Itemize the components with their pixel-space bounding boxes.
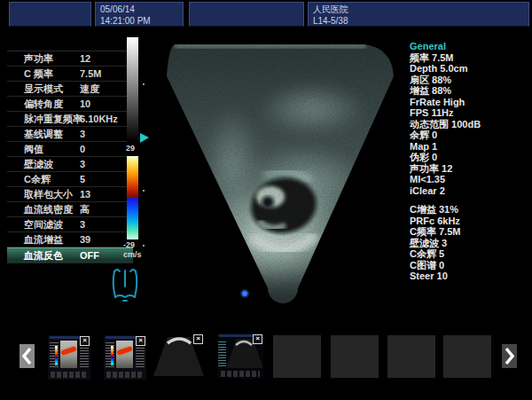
thumb-colorbar [111,346,113,365]
param-depth: Depth 5.0cm [410,63,528,75]
param-dynamic-range: 动态范围 100dB [410,119,528,130]
param-row-color-gain[interactable]: 血流增益39 [7,232,133,247]
probe-mark-dot [242,291,247,296]
param-row-threshold[interactable]: 阀值0 [7,142,133,157]
depth-tick [143,83,145,85]
param-row-c-frequency[interactable]: C 频率7.5M [7,67,133,82]
close-button[interactable]: × [136,336,145,346]
chevron-right-icon [504,347,515,365]
thumb-mini-strip [221,371,260,377]
param-prfc: PRFc 6kHz [410,216,528,227]
datetime-box: 05/06/14 14:21:00 PM [95,2,184,27]
thumb-left-text [218,340,226,366]
probe-model: L14-5/38 [313,15,524,27]
system-status-box [9,2,91,27]
probe-arc [235,338,253,346]
thumb-image [116,341,133,368]
param-gain: 增益 88% [410,85,528,97]
param-sector: 扇区 88% [410,75,528,86]
param-row-prf[interactable]: 脉冲重复频率6.10KHz [7,112,133,127]
depth-tick [143,245,145,247]
empty-thumbnail-slot [273,335,321,378]
param-pseudocolor: 伪彩 0 [410,152,528,163]
thumb-mini-strip [51,372,88,378]
date-text: 05/06/14 [100,4,178,15]
param-map: Map 1 [410,141,528,153]
param-row-acoustic-power[interactable]: 声功率12 [7,51,133,67]
param-acoustic-power: 声功率 12 [410,163,528,175]
param-row-line-density[interactable]: 血流线密度高 [7,202,133,217]
param-row-c-persistence[interactable]: C余辉5 [7,172,133,187]
param-frame-rate: FrRate High [410,97,528,108]
preset-name: General [410,41,528,52]
thumb-colorbar [55,346,58,365]
image-parameters-panel: General 频率 7.5M Depth 5.0cm 扇区 88% 增益 88… [410,41,528,282]
thumbnail-1[interactable]: × [48,335,90,380]
ultrasound-fan [135,34,419,309]
thumbnail-2[interactable]: × [104,335,146,380]
depth-tick [143,190,145,192]
param-row-display-mode[interactable]: 显示模式速度 [7,82,133,97]
ultrasound-image[interactable] [135,34,419,309]
param-row-steer-angle[interactable]: 偏转角度10 [7,97,133,112]
thumbnail-4[interactable]: × [217,333,263,379]
focus-arrow-icon[interactable] [140,133,149,143]
body-marker-icon[interactable] [107,265,143,306]
hospital-name: 人民医院 [313,4,524,15]
empty-thumbnail-slot [387,335,435,378]
param-row-wall-filter[interactable]: 壁滤波3 [7,157,133,172]
param-row-packet-size[interactable]: 取样包大小13 [7,187,133,202]
thumbnail-3[interactable]: × [153,333,204,379]
param-frequency: 频率 7.5M [410,52,528,64]
hospital-box: 人民医院 L14-5/38 [308,2,529,27]
next-button[interactable] [502,344,517,368]
param-row-baseline[interactable]: 基线调整3 [7,127,133,142]
param-c-frequency: C频率 7.5M [410,226,528,238]
param-wall-filter: 壁滤波 3 [410,238,528,249]
close-button[interactable]: × [193,334,203,344]
param-c-persistence: C余辉 5 [410,248,528,260]
close-button[interactable]: × [80,336,90,346]
doppler-flow [61,346,77,355]
probe-arc [167,334,192,345]
param-iclear: iClear 2 [410,185,528,197]
param-persistence: 余辉 0 [410,129,528,141]
empty-thumbnail-slot [331,335,379,378]
prev-button[interactable] [20,344,35,368]
close-button[interactable]: × [253,334,262,344]
parameter-menu: 声功率12 C 频率7.5M 显示模式速度 偏转角度10 脉冲重复频率6.10K… [7,51,133,263]
ultrasound-screen: 05/06/14 14:21:00 PM 人民医院 L14-5/38 声功率12… [0,0,532,400]
param-row-spatial-filter[interactable]: 空间滤波3 [7,217,133,232]
param-row-color-invert-selected[interactable]: 血流反色OFF [7,247,133,263]
thumb-mini-strip [106,372,144,378]
param-mi: MI<1.35 [410,174,528,185]
doppler-flow [117,346,133,355]
exam-info-box [189,2,304,27]
empty-thumbnail-slot [443,335,491,378]
param-fps: FPS 11Hz [410,107,528,119]
param-c-gain: C增益 31% [410,204,528,216]
param-steer: Steer 10 [410,271,528,282]
time-text: 14:21:00 PM [100,15,178,27]
thumb-image [60,341,77,368]
chevron-left-icon [21,347,33,365]
param-c-map: C图谱 0 [410,260,528,271]
